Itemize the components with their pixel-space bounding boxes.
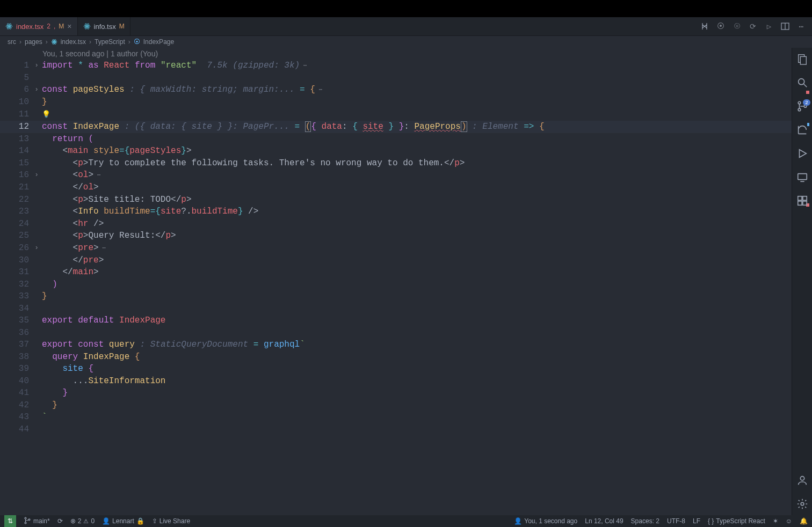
code-line[interactable]: 31 </main> <box>0 266 792 279</box>
code-line[interactable]: 26› <pre> ⋯ <box>0 242 792 254</box>
code-content[interactable]: export const query : StaticQueryDocument… <box>42 339 792 351</box>
split-editor-icon[interactable] <box>781 22 789 31</box>
fold-toggle[interactable]: › <box>31 169 42 181</box>
line-number[interactable]: 11 <box>0 108 31 121</box>
code-line[interactable]: 10} <box>0 96 792 108</box>
language-mode[interactable]: { }TypeScript React <box>708 517 765 525</box>
code-line[interactable]: 24 <hr /> <box>0 218 792 230</box>
code-content[interactable]: export default IndexPage <box>42 314 792 327</box>
code-content[interactable]: <main style={pageStyles}> <box>42 145 792 157</box>
source-control-icon[interactable]: 2 <box>796 100 808 112</box>
line-number[interactable]: 32 <box>0 279 31 291</box>
search-icon[interactable] <box>796 77 808 89</box>
breadcrumb-item[interactable]: index.tsx <box>61 38 86 46</box>
code-content[interactable]: 💡 <box>42 108 792 121</box>
go-forward-icon[interactable]: ⦾ <box>733 22 741 31</box>
code-content[interactable]: ` <box>42 411 792 423</box>
blame-indicator[interactable]: 👤You, 1 second ago <box>514 517 577 525</box>
line-number[interactable]: 6 <box>0 84 31 96</box>
user-indicator[interactable]: 👤Lennart 🔒 <box>102 517 144 525</box>
code-line[interactable]: 16› <ol> ⋯ <box>0 169 792 181</box>
code-content[interactable]: <p>Site title: TODO</p> <box>42 194 792 206</box>
code-lines[interactable]: 1›import * as React from "react" 7.5k (g… <box>0 60 792 435</box>
branch-indicator[interactable]: main* <box>24 517 50 526</box>
line-number[interactable]: 15 <box>0 157 31 170</box>
line-number[interactable]: 1 <box>0 60 31 72</box>
code-content[interactable]: } <box>42 96 792 108</box>
code-content[interactable]: <Info buildTime={site?.buildTime} /> <box>42 206 792 218</box>
notifications-icon[interactable]: 🔔 <box>800 517 808 525</box>
code-content[interactable]: } <box>42 290 792 303</box>
code-line[interactable]: 5 <box>0 72 792 84</box>
code-content[interactable] <box>42 423 792 436</box>
line-number[interactable]: 33 <box>0 290 31 303</box>
code-line[interactable]: 11💡 <box>0 108 792 121</box>
more-actions-icon[interactable]: ⋯ <box>797 22 806 31</box>
code-line[interactable]: 35export default IndexPage <box>0 314 792 327</box>
line-number[interactable]: 23 <box>0 206 31 218</box>
line-number[interactable]: 26 <box>0 242 31 254</box>
eol-indicator[interactable]: LF <box>693 517 700 525</box>
code-content[interactable]: <p>Try to complete the following tasks. … <box>42 157 792 170</box>
line-number[interactable]: 10 <box>0 96 31 108</box>
fold-toggle[interactable]: › <box>31 84 42 96</box>
line-number[interactable]: 13 <box>0 133 31 145</box>
code-line[interactable]: 6›const pageStyles : { maxWidth: string;… <box>0 84 792 96</box>
code-line[interactable]: 43` <box>0 411 792 423</box>
breadcrumb-item[interactable]: TypeScript <box>95 38 125 46</box>
code-line[interactable]: 42 } <box>0 399 792 412</box>
fold-toggle[interactable]: › <box>31 242 42 254</box>
code-content[interactable]: </main> <box>42 266 792 279</box>
breadcrumb-item[interactable]: IndexPage <box>143 38 174 46</box>
line-number[interactable]: 36 <box>0 327 31 339</box>
line-number[interactable]: 30 <box>0 254 31 267</box>
gitlens-codelens[interactable]: You, 1 second ago | 1 author (You) <box>0 48 792 60</box>
breadcrumb-item[interactable]: pages <box>25 38 42 46</box>
line-number[interactable]: 38 <box>0 351 31 363</box>
code-line[interactable]: 21 </ol> <box>0 181 792 194</box>
extensions-icon[interactable] <box>796 195 808 207</box>
tab-close-icon[interactable]: × <box>67 23 71 30</box>
line-number[interactable]: 43 <box>0 411 31 423</box>
code-line[interactable]: 1›import * as React from "react" 7.5k (g… <box>0 60 792 72</box>
code-line[interactable]: 38 query IndexPage { <box>0 351 792 363</box>
cursor-position[interactable]: Ln 12, Col 49 <box>585 517 623 525</box>
line-number[interactable]: 24 <box>0 218 31 230</box>
line-number[interactable]: 34 <box>0 303 31 315</box>
code-content[interactable]: <p>Query Result:</p> <box>42 230 792 242</box>
liveshare-button[interactable]: ⇪Live Share <box>152 517 190 525</box>
line-number[interactable]: 5 <box>0 72 31 84</box>
code-line[interactable]: 30 </pre> <box>0 254 792 267</box>
prettier-indicator[interactable]: ✶ <box>773 517 778 525</box>
code-line[interactable]: 32 ) <box>0 279 792 291</box>
code-content[interactable]: const pageStyles : { maxWidth: string; m… <box>42 84 792 96</box>
settings-gear-icon[interactable] <box>796 498 808 510</box>
code-line[interactable]: 13 return ( <box>0 133 792 145</box>
code-content[interactable] <box>42 72 792 84</box>
code-line[interactable]: 22 <p>Site title: TODO</p> <box>0 194 792 206</box>
code-content[interactable]: <ol> ⋯ <box>42 169 792 181</box>
code-content[interactable]: } <box>42 387 792 399</box>
compare-changes-icon[interactable] <box>700 22 709 31</box>
fold-toggle[interactable]: › <box>31 60 42 72</box>
breadcrumbs[interactable]: src› pages› index.tsx› TypeScript› ⦿ Ind… <box>0 36 812 48</box>
feedback-icon[interactable]: ☺ <box>786 517 792 525</box>
tab-info-tsx[interactable]: info.tsx M <box>78 17 130 35</box>
breadcrumb-item[interactable]: src <box>8 38 16 46</box>
editor-pane[interactable]: You, 1 second ago | 1 author (You) 1›imp… <box>0 48 792 515</box>
run-icon[interactable]: ▷ <box>765 22 773 31</box>
indentation-indicator[interactable]: Spaces: 2 <box>631 517 659 525</box>
go-back-icon[interactable]: ⦿ <box>716 22 725 31</box>
line-number[interactable]: 41 <box>0 387 31 399</box>
code-content[interactable]: return ( <box>42 133 792 145</box>
code-line[interactable]: 15 <p>Try to complete the following task… <box>0 157 792 170</box>
code-content[interactable]: query IndexPage { <box>42 351 792 363</box>
code-line[interactable]: 40 ...SiteInformation <box>0 375 792 387</box>
code-content[interactable]: ) <box>42 279 792 291</box>
code-line[interactable]: 12const IndexPage : ({ data: { site } }:… <box>0 121 792 133</box>
line-number[interactable]: 39 <box>0 363 31 375</box>
code-line[interactable]: 39 site { <box>0 363 792 375</box>
code-line[interactable]: 33} <box>0 290 792 303</box>
code-line[interactable]: 37export const query : StaticQueryDocume… <box>0 339 792 351</box>
code-line[interactable]: 44 <box>0 423 792 436</box>
